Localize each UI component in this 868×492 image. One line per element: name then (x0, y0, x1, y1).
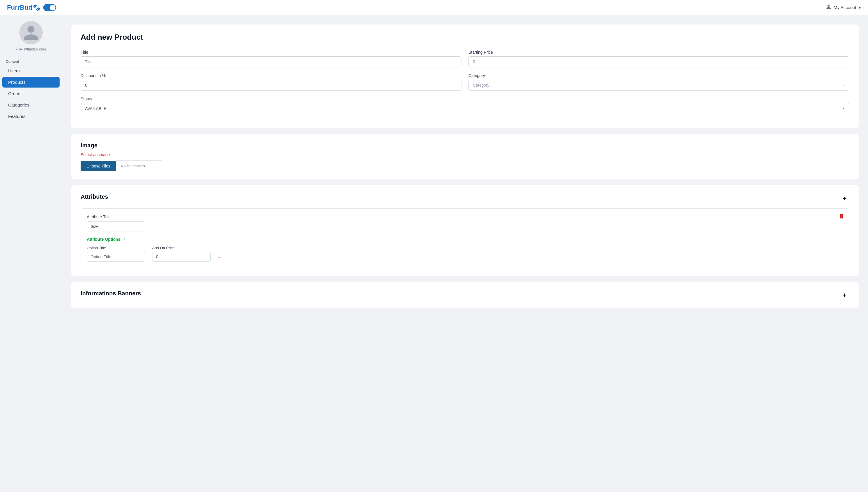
account-label: My Account (834, 5, 856, 10)
option-title-group: Option Title (87, 246, 145, 262)
attribute-card: Attribute Title Attribute Options + Opti… (80, 208, 849, 268)
option-row: Option Title Add On Price − (87, 246, 843, 262)
account-icon (826, 4, 831, 11)
discount-category-row: Discount in % Category Category (80, 73, 849, 91)
sidebar-item-label-products: Products (8, 80, 25, 84)
page-title: Add new Product (80, 33, 849, 42)
image-section-title: Image (80, 142, 849, 149)
sidebar-section-label: Content (0, 57, 62, 65)
trash-icon (839, 213, 844, 219)
starting-price-label: Starting Price (468, 50, 849, 54)
sidebar-item-categories[interactable]: Categories (2, 99, 60, 110)
sidebar-item-users[interactable]: Users (2, 65, 60, 76)
info-banners-header: Informations Banners + (80, 290, 849, 300)
choose-files-button[interactable]: Choose Files (80, 161, 116, 171)
chevron-down-icon: ▾ (859, 5, 861, 10)
info-banners-title: Informations Banners (80, 290, 141, 297)
attributes-card: Attributes + Attribute Title Attribute O… (71, 185, 859, 276)
delete-attribute-button[interactable] (839, 213, 844, 221)
attribute-options-header: Attribute Options + (87, 236, 843, 242)
category-label: Category (468, 73, 849, 78)
product-form-card: Add new Product Title Starting Price Dis… (71, 25, 859, 128)
sidebar-item-products[interactable]: Products (2, 77, 60, 88)
user-email: ••••••@furrbud.com (16, 47, 46, 51)
logo-text: FurrBud🐾 (7, 4, 40, 11)
title-price-row: Title Starting Price (80, 50, 849, 67)
image-card: Image Select an image Choose Files No fi… (71, 134, 859, 179)
no-file-label: No file chosen (116, 161, 163, 171)
account-menu[interactable]: My Account ▾ (826, 4, 861, 11)
option-title-label: Option Title (87, 246, 145, 250)
status-select[interactable]: AVAILABLE UNAVAILABLE OUT_OF_STOCK (80, 103, 849, 114)
logo-area: FurrBud🐾 (7, 4, 56, 11)
select-image-link[interactable]: Select an image (80, 152, 849, 157)
status-row: Status AVAILABLE UNAVAILABLE OUT_OF_STOC… (80, 97, 849, 114)
category-group: Category Category (468, 73, 849, 91)
discount-label: Discount in % (80, 73, 462, 78)
discount-group: Discount in % (80, 73, 462, 91)
sidebar-item-label-users: Users (8, 68, 20, 73)
top-nav: FurrBud🐾 My Account ▾ (0, 0, 868, 15)
add-on-price-input[interactable] (152, 252, 211, 262)
sidebar-item-label-categories: Categories (8, 102, 29, 107)
option-title-input[interactable] (87, 252, 145, 262)
category-select[interactable]: Category (468, 80, 849, 91)
starting-price-group: Starting Price (468, 50, 849, 67)
add-on-price-group: Add On Price (152, 246, 211, 262)
avatar (19, 21, 43, 44)
remove-option-button[interactable]: − (217, 254, 221, 262)
logo-paw: 🐾 (32, 4, 40, 11)
attribute-title-input[interactable] (87, 221, 145, 231)
info-banners-card: Informations Banners + (71, 282, 859, 309)
add-option-button[interactable]: + (123, 236, 126, 242)
sidebar-item-orders[interactable]: Orders (2, 88, 60, 99)
title-group: Title (80, 50, 462, 67)
theme-toggle[interactable] (43, 4, 56, 11)
sidebar-item-label-orders: Orders (8, 91, 22, 96)
attributes-header: Attributes + (80, 194, 849, 204)
add-attribute-button[interactable]: + (840, 194, 849, 203)
status-group: Status AVAILABLE UNAVAILABLE OUT_OF_STOC… (80, 97, 849, 114)
sidebar: ••••••@furrbud.com Content Users Product… (0, 15, 62, 492)
sidebar-item-label-features: Features (8, 114, 25, 119)
add-banner-button[interactable]: + (840, 291, 849, 300)
title-input[interactable] (80, 56, 462, 67)
attribute-options-label: Attribute Options (87, 237, 120, 242)
attributes-section-title: Attributes (80, 194, 108, 200)
sidebar-item-features[interactable]: Features (2, 111, 60, 122)
add-on-price-label: Add On Price (152, 246, 211, 250)
sidebar-avatar-area: ••••••@furrbud.com (0, 21, 62, 51)
discount-input[interactable] (80, 80, 462, 91)
attribute-title-label: Attribute Title (87, 215, 843, 219)
file-input-area: Choose Files No file chosen (80, 161, 849, 171)
main-content: Add new Product Title Starting Price Dis… (62, 15, 868, 492)
starting-price-input[interactable] (468, 56, 849, 67)
status-label: Status (80, 97, 849, 101)
title-label: Title (80, 50, 462, 54)
